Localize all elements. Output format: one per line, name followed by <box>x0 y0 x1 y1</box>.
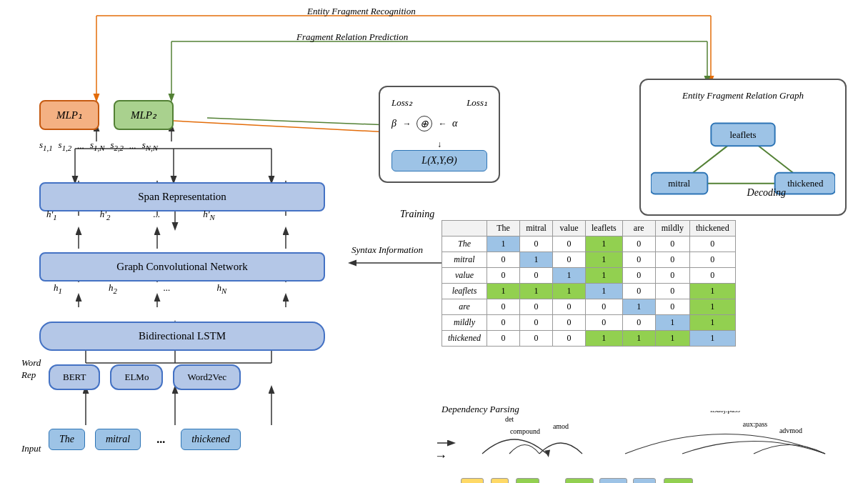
gcn-box-wrapper: Graph Convolutional Network <box>39 252 325 286</box>
matrix-cell-1-5: 0 <box>655 252 689 268</box>
matrix-row-label-5: mildly <box>442 315 487 331</box>
word2vec-box: Word2Vec <box>173 364 241 390</box>
matrix-cell-6-2: 0 <box>552 331 585 347</box>
token-mitral: mitral <box>95 429 141 450</box>
matrix-col-the: The <box>487 221 519 236</box>
bert-box: BERT <box>49 364 100 390</box>
matrix-row-the: The1001000 <box>442 236 736 252</box>
matrix-col-mitral: mitral <box>519 221 552 236</box>
mlp-row: MLP₁ MLP₂ <box>39 100 174 130</box>
hprime-dots: ... <box>153 209 160 221</box>
matrix-row-label-4: are <box>442 299 487 315</box>
matrix-cell-6-5: 1 <box>655 331 689 347</box>
graph-title: Entity Fragment Relation Graph <box>651 90 835 101</box>
matrix-cell-1-2: 0 <box>552 252 585 268</box>
training-box: Loss₂ Loss₁ β → ⊕ ← α ↓ L(X,Y,Θ) <box>379 86 500 183</box>
matrix-cell-6-3: 1 <box>585 331 622 347</box>
matrix-header-empty <box>442 221 487 236</box>
bilstm-box-wrapper: Bidirectional LSTM <box>39 322 325 355</box>
loss1-label: Loss₁ <box>467 97 487 109</box>
submodule-row: BERT ELMo Word2Vec <box>49 364 241 390</box>
dep-nn: NN <box>516 478 539 483</box>
matrix-row-are: are0000101 <box>442 299 736 315</box>
hn: hN <box>217 282 227 295</box>
matrix-area: The mitral value leaflets are mildly thi… <box>442 220 845 347</box>
matrix-cell-0-6: 0 <box>689 236 735 252</box>
token-the: The <box>49 429 85 450</box>
matrix-cell-3-0: 1 <box>487 284 519 299</box>
bilstm-label: Bidirectional LSTM <box>39 322 325 351</box>
matrix-row-mitral: mitral0101000 <box>442 252 736 268</box>
lxy-box: L(X,Y,Θ) <box>391 150 487 171</box>
dep-parsing-area: det amod compound nsubj:pass aux:pass ad… <box>461 411 857 483</box>
s11: s1,1 <box>39 139 53 152</box>
matrix-cell-2-1: 0 <box>519 268 552 284</box>
matrix-cell-5-6: 1 <box>689 315 735 331</box>
dep-jj: JJ <box>491 478 509 483</box>
span-labels-row: s1,1 s1,2 ... s1,N s2,2 ... sN,N <box>39 139 158 152</box>
svg-text:leaflets: leaflets <box>729 130 756 140</box>
h1: h1 <box>54 282 62 295</box>
matrix-cell-5-3: 0 <box>585 315 622 331</box>
dep-vbp: VBP <box>599 478 627 483</box>
svg-line-8 <box>207 118 389 125</box>
lxy-label: L(X,Y,Θ) <box>421 155 457 166</box>
s22: s2,2 <box>110 139 124 152</box>
matrix-cell-6-1: 0 <box>519 331 552 347</box>
h2prime: h'2 <box>100 209 111 221</box>
matrix-cell-0-2: 0 <box>552 236 585 252</box>
matrix-cell-1-3: 1 <box>585 252 622 268</box>
matrix-cell-3-5: 0 <box>655 284 689 299</box>
sdot1: ... <box>77 140 84 151</box>
svg-text:nsubj:pass: nsubj:pass <box>710 411 740 414</box>
matrix-cell-3-2: 1 <box>552 284 585 299</box>
matrix-cell-4-1: 0 <box>519 299 552 315</box>
s1n: s1,N <box>90 139 104 152</box>
svg-text:det: det <box>505 415 514 423</box>
syntax-info-label: Syntax Information <box>351 244 423 256</box>
dep-dt: DT <box>461 478 484 483</box>
h-dots: ... <box>164 282 171 295</box>
graph-svg: leaflets mitral thickened <box>651 116 835 201</box>
matrix-row-thickened: thickened0001111 <box>442 331 736 347</box>
token-ellipsis: ... <box>151 433 171 446</box>
h2: h2 <box>109 282 117 295</box>
matrix-row-label-1: mitral <box>442 252 487 268</box>
matrix-cell-0-0: 1 <box>487 236 519 252</box>
input-label: Input <box>21 443 41 454</box>
loss2-label: Loss₂ <box>391 97 412 109</box>
svg-text:compound: compound <box>510 427 540 435</box>
matrix-header-row: The mitral value leaflets are mildly thi… <box>442 221 736 236</box>
graph-box: Entity Fragment Relation Graph leaflets … <box>639 79 847 216</box>
matrix-cell-6-6: 1 <box>689 331 735 347</box>
matrix-col-are: are <box>622 221 655 236</box>
matrix-cell-4-6: 1 <box>689 299 735 315</box>
dep-rb: RB <box>633 478 656 483</box>
efr-label: Entity Fragment Recognition <box>307 6 416 17</box>
matrix-row-leaflets: leaflets1111001 <box>442 284 736 299</box>
matrix-row-label-6: thickened <box>442 331 487 347</box>
dep-nns: NNS <box>565 478 594 483</box>
oplus-symbol: ⊕ <box>416 116 432 131</box>
matrix-cell-6-4: 1 <box>622 331 655 347</box>
dep-arcs-svg: det amod compound nsubj:pass aux:pass ad… <box>461 411 857 482</box>
mlp1-label: MLP₁ <box>56 109 82 121</box>
mlp2-label: MLP₂ <box>131 109 156 121</box>
svg-text:amod: amod <box>553 422 569 430</box>
matrix-col-value: value <box>552 221 585 236</box>
svg-text:aux:pass: aux:pass <box>743 420 768 428</box>
matrix-cell-4-4: 1 <box>622 299 655 315</box>
svg-text:thickened: thickened <box>787 179 824 189</box>
matrix-cell-0-5: 0 <box>655 236 689 252</box>
matrix-cell-3-3: 1 <box>585 284 622 299</box>
matrix-cell-1-0: 0 <box>487 252 519 268</box>
h-labels: h1 h2 ... hN <box>54 282 226 295</box>
matrix-cell-2-4: 0 <box>622 268 655 284</box>
decoding-label: Decoding <box>747 187 786 199</box>
loss-row: Loss₂ Loss₁ <box>391 97 487 109</box>
matrix-cell-2-5: 0 <box>655 268 689 284</box>
s12: s1,2 <box>59 139 72 152</box>
main-diagram: Entity Fragment Recognition Fragment Rel… <box>0 0 868 483</box>
snn: sN,N <box>142 139 158 152</box>
matrix-cell-3-6: 1 <box>689 284 735 299</box>
